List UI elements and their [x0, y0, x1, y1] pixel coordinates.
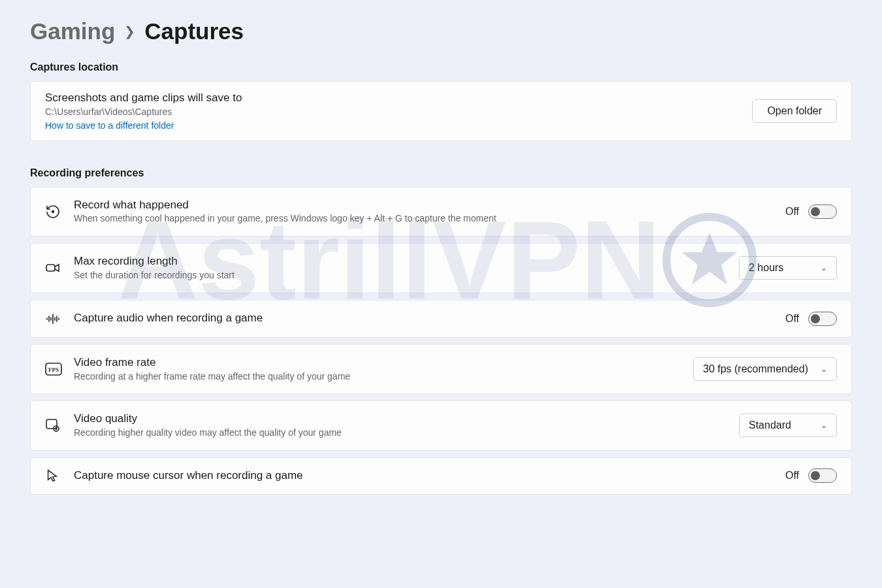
toggle-state-label: Off	[785, 206, 799, 218]
setting-sub: Recording higher quality video may affec…	[74, 427, 739, 440]
fps-icon: FPS	[45, 363, 74, 376]
capture-cursor-toggle[interactable]	[808, 468, 837, 483]
section-heading-location: Captures location	[30, 61, 852, 73]
chevron-right-icon: ❯	[124, 24, 135, 39]
record-what-happened-row: Record what happened When something cool…	[30, 187, 852, 237]
setting-title: Record what happened	[74, 198, 785, 213]
capture-audio-toggle[interactable]	[808, 312, 837, 326]
location-title: Screenshots and game clips will save to	[45, 91, 752, 106]
toggle-state-label: Off	[785, 313, 799, 325]
chevron-down-icon: ⌄	[821, 263, 827, 272]
setting-sub: Recording at a higher frame rate may aff…	[74, 370, 693, 384]
breadcrumb: Gaming ❯ Captures	[30, 18, 852, 44]
chevron-down-icon: ⌄	[821, 421, 827, 430]
video-frame-rate-row: FPS Video frame rate Recording at a high…	[30, 344, 852, 395]
chevron-down-icon: ⌄	[821, 365, 827, 374]
video-quality-dropdown[interactable]: Standard ⌄	[739, 414, 837, 437]
svg-rect-13	[46, 419, 57, 429]
dropdown-value: Standard	[749, 419, 791, 431]
audio-wave-icon	[45, 311, 74, 327]
film-gear-icon	[45, 417, 74, 433]
svg-text:FPS: FPS	[48, 367, 59, 373]
svg-point-2	[52, 210, 54, 213]
setting-title: Capture mouse cursor when recording a ga…	[74, 468, 785, 483]
svg-point-15	[56, 428, 57, 429]
setting-title: Capture audio when recording a game	[74, 311, 785, 326]
setting-sub: Set the duration for recordings you star…	[74, 269, 739, 282]
video-quality-row: Video quality Recording higher quality v…	[30, 400, 852, 451]
svg-rect-3	[46, 265, 55, 271]
cursor-icon	[45, 468, 74, 483]
toggle-state-label: Off	[785, 470, 799, 482]
max-recording-length-row: Max recording length Set the duration fo…	[30, 243, 852, 293]
capture-audio-row: Capture audio when recording a game Off	[30, 300, 852, 338]
setting-sub: When something cool happened in your gam…	[74, 212, 785, 225]
captures-location-card: Screenshots and game clips will save to …	[30, 81, 852, 141]
open-folder-button[interactable]: Open folder	[752, 99, 837, 123]
setting-title: Video frame rate	[74, 355, 693, 370]
capture-cursor-row: Capture mouse cursor when recording a ga…	[30, 457, 852, 495]
dropdown-value: 30 fps (recommended)	[703, 363, 808, 375]
breadcrumb-parent[interactable]: Gaming	[30, 18, 115, 44]
record-what-happened-toggle[interactable]	[808, 204, 837, 219]
location-path: C:\Users\urfar\Videos\Captures	[45, 106, 752, 119]
video-camera-icon	[45, 260, 74, 276]
how-to-save-link[interactable]: How to save to a different folder	[45, 120, 174, 131]
setting-title: Video quality	[74, 412, 739, 427]
max-length-dropdown[interactable]: 2 hours ⌄	[739, 256, 837, 280]
dropdown-value: 2 hours	[749, 262, 783, 274]
frame-rate-dropdown[interactable]: 30 fps (recommended) ⌄	[693, 357, 837, 381]
section-heading-recording: Recording preferences	[30, 167, 852, 179]
page-title: Captures	[144, 18, 244, 44]
history-icon	[45, 204, 74, 220]
setting-title: Max recording length	[74, 254, 739, 269]
